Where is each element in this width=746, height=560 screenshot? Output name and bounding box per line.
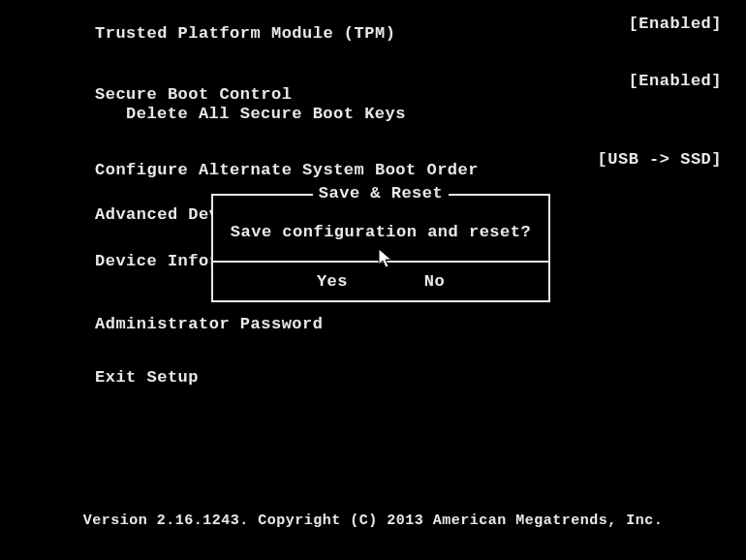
option-secure-boot[interactable]: Secure Boot Control [95,85,292,104]
dialog-no-button[interactable]: No [424,272,445,291]
option-boot-order-value: [USB -> SSD] [598,150,722,169]
option-boot-order[interactable]: Configure Alternate System Boot Order [95,161,479,179]
footer-version: Version 2.16.1243. Copyright (C) 2013 Am… [0,513,746,529]
option-delete-sb-keys[interactable]: Delete All Secure Boot Keys [126,105,406,123]
option-secure-boot-value: [Enabled] [629,72,722,90]
option-exit-setup[interactable]: Exit Setup [95,368,199,387]
option-admin-password[interactable]: Administrator Password [95,315,323,333]
dialog-save-reset: Save & Reset Save configuration and rese… [211,194,550,302]
option-tpm[interactable]: Trusted Platform Module (TPM) [95,24,395,43]
option-tpm-value: [Enabled] [629,15,722,33]
dialog-title: Save & Reset [313,184,449,202]
dialog-message: Save configuration and reset? [213,196,548,255]
dialog-yes-button[interactable]: Yes [317,272,348,291]
